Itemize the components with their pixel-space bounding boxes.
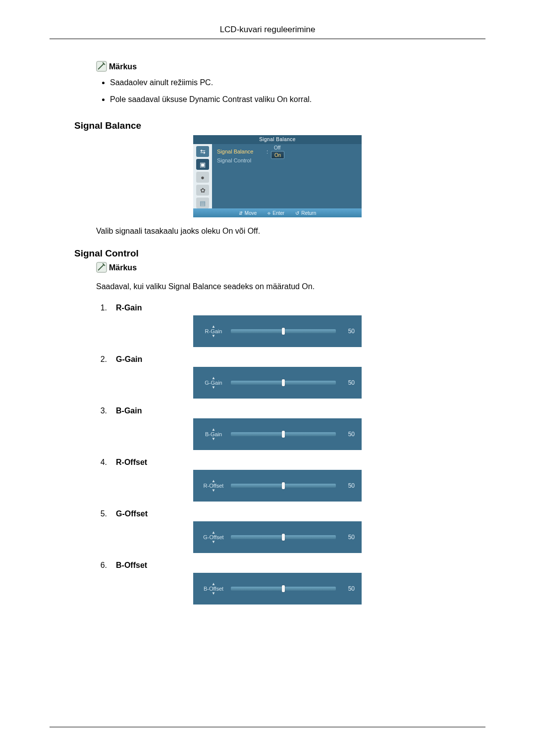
slider-value: 50 <box>340 328 355 335</box>
slider-track[interactable] <box>231 587 336 591</box>
arrow-down-icon: ▼ <box>212 540 215 544</box>
heading-signal-control: Signal Control <box>74 248 476 259</box>
slider-track[interactable] <box>231 432 336 436</box>
osd-option-off: Off <box>271 144 284 151</box>
osd-option-on: On <box>271 151 284 159</box>
slider-thumb[interactable] <box>282 482 285 489</box>
slider-thumb[interactable] <box>282 328 285 335</box>
control-item: 5.G-Offset <box>96 509 476 518</box>
osd-icon-input: ⇆ <box>196 146 209 157</box>
slider-r-gain: ▲R-Gain▼50 <box>193 315 362 347</box>
slider-track[interactable] <box>231 329 336 333</box>
slider-thumb[interactable] <box>282 431 285 438</box>
control-item: 1.R-Gain <box>96 303 476 312</box>
osd-footer-enter: Enter <box>268 210 284 216</box>
slider-label: ▲R-Gain▼ <box>200 325 227 338</box>
slider-track[interactable] <box>231 484 336 488</box>
osd-icon-sound: ● <box>196 172 209 183</box>
note-icon <box>96 262 107 273</box>
arrow-down-icon: ▼ <box>212 334 215 338</box>
control-name: B-Offset <box>116 561 156 570</box>
control-number: 1. <box>96 303 107 312</box>
osd-row-signal-balance: Signal Balance <box>217 149 267 154</box>
divider-bottom <box>50 727 485 727</box>
arrow-down-icon: ▼ <box>212 592 215 596</box>
slider-value: 50 <box>340 379 355 386</box>
slider-track[interactable] <box>231 535 336 539</box>
arrow-down-icon: ▼ <box>212 489 215 493</box>
osd-icon-picture: ▣ <box>196 159 209 170</box>
osd-row-signal-control: Signal Control <box>217 157 267 163</box>
slider-label: ▲B-Gain▼ <box>200 428 227 441</box>
osd-signal-balance: Signal Balance ⇆ ▣ ● ✿ ▤ Signal Balance … <box>193 135 362 217</box>
slider-g-gain: ▲G-Gain▼50 <box>193 367 362 399</box>
slider-value: 50 <box>340 585 355 592</box>
osd-icon-setup: ✿ <box>196 185 209 196</box>
control-name: R-Gain <box>116 303 156 312</box>
control-item: 6.B-Offset <box>96 561 476 570</box>
slider-label: ▲R-Offset▼ <box>200 479 227 493</box>
arrow-down-icon: ▼ <box>212 386 215 390</box>
slider-g-offset: ▲G-Offset▼50 <box>193 521 362 553</box>
control-item: 2.G-Gain <box>96 355 476 364</box>
slider-value: 50 <box>340 534 355 541</box>
slider-label: ▲G-Gain▼ <box>200 376 227 390</box>
control-item: 3.B-Gain <box>96 406 476 415</box>
slider-r-offset: ▲R-Offset▼50 <box>193 470 362 502</box>
arrow-down-icon: ▼ <box>212 437 215 441</box>
page-header: LCD-kuvari reguleerimine <box>0 0 535 35</box>
control-number: 3. <box>96 406 107 415</box>
slider-label: ▲G-Offset▼ <box>200 531 227 544</box>
bullet-item: Pole saadaval üksuse Dynamic Contrast va… <box>110 94 476 105</box>
note-icon <box>96 61 107 72</box>
control-number: 5. <box>96 509 107 518</box>
control-name: G-Offset <box>116 509 156 518</box>
signal-balance-description: Valib signaali tasakaalu jaoks oleku On … <box>96 225 476 237</box>
slider-thumb[interactable] <box>282 585 285 592</box>
slider-value: 50 <box>340 482 355 489</box>
control-name: G-Gain <box>116 355 156 364</box>
control-name: R-Offset <box>116 458 156 467</box>
heading-signal-balance: Signal Balance <box>74 120 476 131</box>
control-name: B-Gain <box>116 406 156 415</box>
control-number: 6. <box>96 561 107 570</box>
control-number: 4. <box>96 458 107 467</box>
slider-label: ▲B-Offset▼ <box>200 582 227 596</box>
control-item: 4.R-Offset <box>96 458 476 467</box>
osd-icon-multi: ▤ <box>196 198 209 208</box>
slider-b-offset: ▲B-Offset▼50 <box>193 573 362 605</box>
slider-thumb[interactable] <box>282 379 285 386</box>
slider-thumb[interactable] <box>282 534 285 541</box>
slider-b-gain: ▲B-Gain▼50 <box>193 418 362 450</box>
signal-control-note: Saadaval, kui valiku Signal Balance sead… <box>96 281 476 293</box>
slider-value: 50 <box>340 431 355 438</box>
bullet-item: Saadaolev ainult režiimis PC. <box>110 77 476 89</box>
control-number: 2. <box>96 355 107 364</box>
slider-track[interactable] <box>231 381 336 385</box>
osd-title: Signal Balance <box>193 135 362 144</box>
osd-footer-return: Return <box>295 210 316 216</box>
osd-sidebar: ⇆ ▣ ● ✿ ▤ <box>193 144 212 208</box>
osd-footer-move: Move <box>239 210 257 216</box>
note-label: Märkus <box>109 263 137 273</box>
note-label: Märkus <box>109 62 137 72</box>
